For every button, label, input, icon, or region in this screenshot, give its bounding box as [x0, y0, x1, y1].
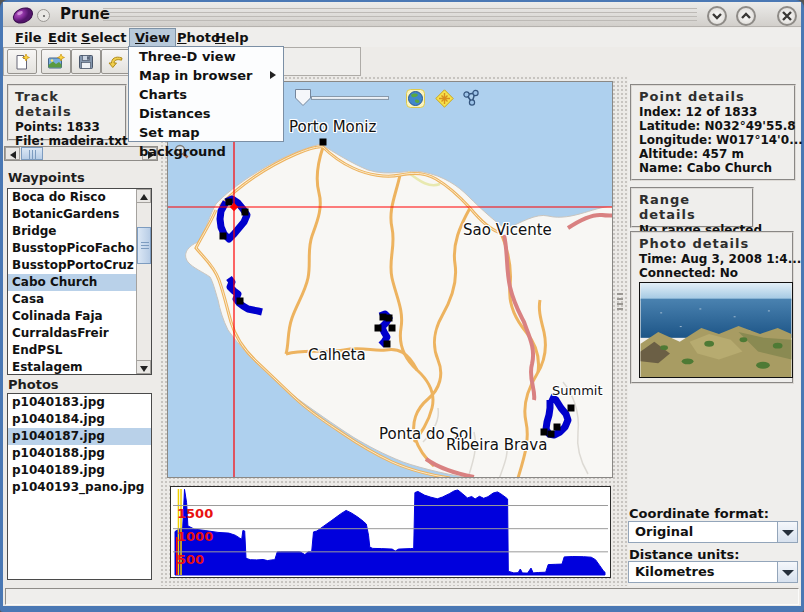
add-photo-button[interactable] [41, 49, 71, 74]
menu-select[interactable]: Select [76, 28, 131, 47]
roll-up-button[interactable] [736, 6, 756, 26]
waypoint-item-selected[interactable]: Cabo Church [8, 274, 136, 291]
combo-arrow-button[interactable] [777, 522, 797, 542]
point-altitude: Altitude: 457 m [639, 147, 787, 161]
menu-item-distances[interactable]: Distances [129, 104, 283, 123]
track-points-count: Points: 1833 [15, 120, 119, 134]
scroll-down-button[interactable] [136, 360, 151, 374]
menu-item-set-map-background[interactable]: Set map background [129, 123, 283, 142]
menu-item-charts[interactable]: Charts [129, 85, 283, 104]
photo-connected: Connected: No [639, 266, 785, 280]
menu-item-three-d-view[interactable]: Three-D view [129, 47, 283, 66]
photo-item-selected[interactable]: p1040187.jpg [8, 428, 151, 445]
waypoint-item[interactable]: Colinada Faja [8, 308, 136, 325]
photo-item[interactable]: p1040188.jpg [8, 445, 151, 462]
photo-item[interactable]: p1040189.jpg [8, 462, 151, 479]
chevron-down-icon [782, 570, 794, 576]
window-menu-button[interactable] [37, 9, 50, 22]
title-bar[interactable]: Prune [3, 2, 801, 27]
undo-button[interactable] [101, 49, 131, 74]
point-details-panel: Point details Index: 12 of 1833 Latitude… [630, 84, 796, 181]
save-button[interactable] [71, 49, 101, 74]
view-menu-dropdown: Three-D view Map in browser Charts Dista… [128, 46, 284, 142]
autopan-button[interactable] [435, 89, 454, 108]
menu-view[interactable]: View [129, 28, 176, 47]
waypoints-list[interactable]: Boca do Risco BotanicGardens Bridge Buss… [7, 188, 152, 375]
photo-item[interactable]: p1040184.jpg [8, 411, 151, 428]
profile-drawing [171, 487, 610, 577]
scroll-left-button[interactable] [5, 147, 20, 160]
close-button[interactable] [777, 6, 797, 26]
map-label: Sao Vicente [463, 221, 552, 239]
application-window: Prune File Edit Select View Photo Help [0, 0, 804, 612]
photo-time: Time: Aug 3, 2008 1:4... [639, 252, 785, 266]
waypoint-item[interactable]: Boca do Risco [8, 189, 136, 206]
photos-list[interactable]: p1040183.jpg p1040184.jpg p1040187.jpg p… [7, 393, 152, 580]
menu-file[interactable]: File [10, 28, 47, 47]
zoom-slider-track[interactable] [311, 96, 389, 100]
waypoints-heading: Waypoints [8, 170, 85, 185]
menu-help[interactable]: Help [210, 28, 253, 47]
scroll-up-button[interactable] [136, 189, 151, 203]
chart-axis-tick: 1000 [177, 530, 213, 543]
photo-item[interactable]: p1040183.jpg [8, 394, 151, 411]
connect-points-button[interactable] [462, 89, 481, 108]
waypoint-item[interactable]: BotanicGardens [8, 206, 136, 223]
chart-axis-tick: 1500 [177, 507, 213, 520]
waypoint-item[interactable]: BusstopPortoCruz [8, 257, 136, 274]
menu-item-map-in-browser[interactable]: Map in browser [129, 66, 283, 85]
waypoint-item[interactable]: Estalagem [8, 359, 136, 376]
photo-details-panel: Photo details Time: Aug 3, 2008 1:4... C… [630, 231, 794, 384]
altitude-profile-chart[interactable]: 15001000500 [170, 486, 611, 578]
range-details-panel: Range details No range selected [630, 187, 754, 228]
range-details-title: Range details [639, 192, 745, 222]
splitter-grip[interactable] [617, 293, 623, 313]
waypoint-item[interactable]: BusstopPicoFacho [8, 240, 136, 257]
map-label: Ribeira Brava [446, 436, 547, 454]
track-details-title: Track details [15, 89, 119, 119]
app-logo-prune-icon [11, 5, 35, 26]
chevron-down-icon [711, 10, 723, 22]
roll-down-button[interactable] [707, 6, 727, 26]
map-background-globe-button[interactable] [406, 89, 425, 108]
distance-units-value: Kilometres [635, 564, 714, 579]
photo-thumbnail[interactable] [639, 282, 793, 378]
close-icon [781, 10, 793, 22]
chevron-up-icon [740, 10, 752, 22]
point-details-title: Point details [639, 89, 787, 104]
map-label: Summit [552, 383, 603, 398]
waypoint-item[interactable]: CurraldasFreir [8, 325, 136, 342]
titlebar-stripes [103, 8, 697, 22]
track-details-panel: Track details Points: 1833 File: madeira… [7, 84, 127, 141]
map-label: Porto Moniz [289, 118, 376, 136]
combo-arrow-button[interactable] [777, 562, 797, 582]
vertical-scroll-thumb[interactable] [137, 227, 151, 264]
map-label: Calheta [308, 346, 366, 364]
coordinate-format-value: Original [635, 524, 693, 539]
distance-units-label: Distance units: [629, 547, 739, 562]
coordinate-format-select[interactable]: Original [628, 521, 798, 543]
new-file-icon [13, 53, 31, 71]
distance-units-select[interactable]: Kilometres [628, 561, 798, 583]
photo-details-title: Photo details [639, 236, 785, 251]
chevron-down-icon [782, 530, 794, 536]
point-index: Index: 12 of 1833 [639, 105, 787, 119]
horizontal-scroll-thumb[interactable] [21, 147, 43, 160]
point-latitude: Latitude: N032°49'55.8 [639, 119, 787, 133]
waypoints-scrollbar[interactable] [136, 189, 151, 374]
photos-heading: Photos [8, 377, 59, 392]
left-horizontal-scrollbar[interactable] [4, 146, 158, 161]
point-name: Name: Cabo Church [639, 161, 787, 175]
submenu-arrow-icon [270, 71, 276, 79]
zoom-slider-thumb[interactable] [295, 89, 311, 106]
undo-icon [107, 53, 125, 71]
waypoint-item[interactable]: EndPSL [8, 342, 136, 359]
coordinate-format-label: Coordinate format: [629, 506, 769, 521]
new-file-button[interactable] [7, 49, 37, 74]
waypoint-item[interactable]: Bridge [8, 223, 136, 240]
save-icon [77, 53, 95, 71]
photo-item[interactable]: p1040193_pano.jpg [8, 479, 151, 496]
add-photo-icon [47, 53, 65, 71]
waypoint-item[interactable]: Casa [8, 291, 136, 308]
menu-bar: File Edit Select View Photo Help [3, 28, 801, 47]
